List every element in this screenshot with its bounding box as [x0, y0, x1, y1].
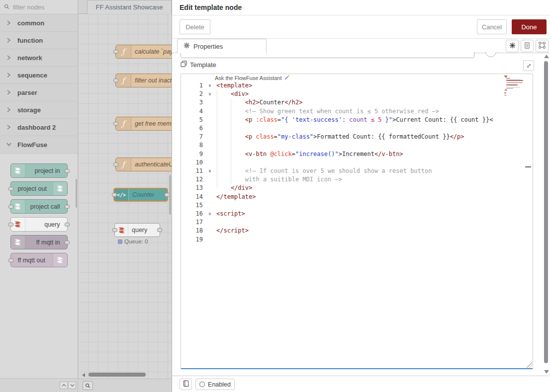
- hscroll-left-arrow[interactable]: [82, 373, 85, 377]
- node-port-left[interactable]: [112, 228, 117, 232]
- flow-node-query[interactable]: query: [114, 223, 160, 237]
- code-line-13[interactable]: 13 </div>: [181, 184, 533, 192]
- code-line-17[interactable]: 17: [181, 218, 533, 227]
- sidebar-category-storage[interactable]: storage: [0, 101, 78, 119]
- node-help-button[interactable]: [180, 379, 192, 390]
- line-number: 8: [181, 141, 203, 150]
- flow-node-filter-out-inacti[interactable]: ƒfilter out inacti: [115, 74, 172, 87]
- sidebar-category-network[interactable]: network: [0, 49, 78, 67]
- code-line-18[interactable]: 18</script>: [181, 227, 533, 235]
- cancel-button[interactable]: Cancel: [477, 19, 507, 34]
- code-line-14[interactable]: 14</template>: [181, 193, 533, 201]
- code-line-4[interactable]: 4 <!— Show green text when count is ≤ 5 …: [181, 107, 533, 116]
- flow-tab[interactable]: FF Assistant Showcase: [87, 0, 172, 14]
- node-port-left[interactable]: [8, 258, 13, 262]
- done-button[interactable]: Done: [512, 19, 547, 34]
- node-port-left[interactable]: [113, 162, 118, 166]
- code-text: <div>: [216, 90, 249, 98]
- minimap-line: [506, 82, 523, 83]
- fold-chevron-icon[interactable]: ∨: [206, 81, 214, 90]
- code-line-10[interactable]: 10: [181, 158, 533, 167]
- scroll-thumb[interactable]: [544, 61, 548, 363]
- code-line-19[interactable]: 19: [181, 235, 533, 244]
- collapse-all-button[interactable]: [60, 382, 68, 389]
- sidebar-category-sequence[interactable]: sequence: [0, 67, 78, 84]
- palette-flowfuse-nodes: project inproject outproject callqueryff…: [0, 154, 78, 267]
- flow-node-calculate-pay[interactable]: ƒcalculate `pay: [115, 45, 172, 59]
- palette-node-project-call[interactable]: project call: [10, 199, 68, 214]
- palette-node-ff-mqtt-in[interactable]: ff mqtt in: [10, 235, 68, 249]
- node-port-right[interactable]: [157, 228, 162, 232]
- hscroll-thumb[interactable]: [89, 373, 146, 377]
- editor-minimap[interactable]: [504, 76, 523, 97]
- scroll-down-arrow[interactable]: [544, 370, 549, 374]
- code-line-8[interactable]: 8: [181, 141, 533, 150]
- node-port-left[interactable]: [8, 205, 13, 209]
- code-line-16[interactable]: 16∨<script>: [181, 210, 533, 218]
- code-line-11[interactable]: 11∨ <!— If count is over 5 we should sho…: [181, 167, 533, 175]
- palette-scrollbar[interactable]: [76, 179, 77, 208]
- category-label: common: [17, 19, 44, 27]
- overview-ruler-cursor: [525, 166, 531, 167]
- code-line-3[interactable]: 3 <h2>Counter</h2>: [181, 98, 533, 107]
- node-port-left[interactable]: [113, 50, 118, 54]
- sidebar-category-function[interactable]: function: [0, 32, 78, 49]
- node-port-left[interactable]: [113, 78, 118, 82]
- node-port-right[interactable]: [65, 205, 70, 209]
- node-port-left[interactable]: [8, 187, 13, 191]
- flow-node-counter[interactable]: </>Counter: [113, 188, 168, 202]
- code-line-5[interactable]: 5 <p :class="{ 'text-success': count ≤ 5…: [181, 116, 533, 124]
- fold-chevron-icon[interactable]: ∨: [206, 210, 214, 218]
- tab-properties[interactable]: Properties: [177, 39, 267, 53]
- node-port-left[interactable]: [8, 223, 13, 227]
- sidebar-category-flowfuse[interactable]: FlowFuse: [0, 136, 78, 154]
- code-line-12[interactable]: 12 with a suitible MDI icon —>: [181, 175, 533, 184]
- vscroll-thumb[interactable]: [169, 175, 171, 215]
- flow-workspace[interactable]: FF Assistant Showcase ƒcalculate `payƒfi…: [78, 0, 172, 392]
- palette-search[interactable]: [0, 0, 78, 14]
- fold-chevron-icon[interactable]: ∨: [206, 167, 214, 175]
- enabled-toggle-button[interactable]: Enabled: [195, 379, 235, 390]
- code-line-7[interactable]: 7 <p class="my-class">Formatted Count: {…: [181, 133, 533, 141]
- category-label: storage: [17, 106, 41, 114]
- zoom-button[interactable]: [83, 381, 93, 390]
- node-port-right[interactable]: [65, 223, 70, 227]
- chevron-down-icon: [6, 142, 11, 147]
- description-button[interactable]: [521, 40, 534, 52]
- palette-footer: [0, 378, 78, 392]
- code-line-15[interactable]: 15: [181, 201, 533, 210]
- node-port-right[interactable]: [65, 169, 70, 173]
- flowfuse-logo-icon: [53, 182, 67, 195]
- palette-node-ff-mqtt-out[interactable]: ff mqtt out: [10, 253, 68, 267]
- palette-node-query[interactable]: query: [10, 217, 68, 232]
- enabled-circle-icon: [199, 382, 205, 387]
- sidebar-category-dashboard-2[interactable]: dashboard 2: [0, 119, 78, 136]
- sidebar-category-common[interactable]: common: [0, 14, 78, 32]
- assistant-hint[interactable]: Ask the FlowFuse Assistant: [215, 75, 290, 81]
- node-port-left[interactable]: [113, 122, 118, 126]
- code-line-2[interactable]: 2∨ <div>: [181, 90, 533, 98]
- appearance-button[interactable]: [536, 40, 549, 52]
- edit-tray: Edit template node Delete Cancel Done Pr…: [172, 0, 550, 392]
- code-line-1[interactable]: 1∨<template>: [181, 81, 533, 90]
- scrolled-form-button: [485, 52, 496, 57]
- node-port-left[interactable]: [112, 193, 117, 197]
- fold-chevron-icon[interactable]: ∨: [206, 90, 214, 98]
- editor-expand-button[interactable]: [523, 60, 534, 71]
- delete-button[interactable]: Delete: [180, 19, 210, 34]
- scroll-up-arrow[interactable]: [544, 55, 549, 58]
- flow-node-get-free-memo[interactable]: ƒget free memo: [115, 117, 172, 131]
- palette-node-project-in[interactable]: project in: [10, 163, 68, 178]
- editor-resize-handle[interactable]: [527, 362, 532, 368]
- flow-node-authenticateu[interactable]: ƒauthenticateU: [115, 157, 172, 171]
- code-line-6[interactable]: 6: [181, 124, 533, 133]
- sidebar-category-parser[interactable]: parser: [0, 84, 78, 101]
- properties-view-button[interactable]: [506, 40, 519, 52]
- workspace-footer: [78, 379, 172, 392]
- palette-node-project-out[interactable]: project out: [10, 181, 68, 196]
- filter-nodes-input[interactable]: [12, 3, 69, 11]
- expand-all-button[interactable]: [68, 382, 76, 389]
- code-line-9[interactable]: 9 <v-btn @click="increase()">Increment</…: [181, 150, 533, 158]
- node-port-right[interactable]: [65, 240, 70, 244]
- template-code-editor[interactable]: Ask the FlowFuse Assistant 1∨<template>2…: [181, 74, 533, 369]
